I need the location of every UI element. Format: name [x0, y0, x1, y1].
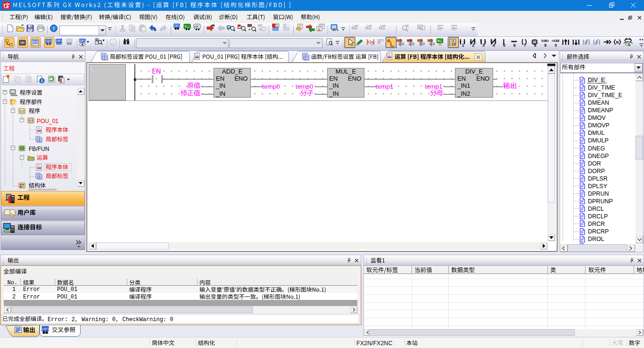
svg-text:Dev: Dev [273, 27, 279, 31]
svg-text:Dev: Dev [284, 27, 289, 31]
svg-text:R: R [616, 40, 619, 45]
svg-text:3: 3 [482, 43, 485, 48]
svg-text:4: 4 [493, 43, 495, 48]
svg-text:7: 7 [524, 43, 526, 48]
svg-text:?: ? [52, 25, 55, 31]
svg-text:DEV: DEV [56, 39, 63, 42]
svg-text:9: 9 [545, 43, 547, 48]
svg-text:DEV: DEV [42, 327, 50, 331]
svg-text:?: ? [112, 40, 114, 45]
svg-text:6: 6 [513, 43, 516, 48]
svg-text:5: 5 [503, 43, 505, 48]
svg-text:=VAR: =VAR [552, 39, 560, 43]
svg-text:8: 8 [534, 43, 537, 48]
svg-text:4h: 4h [387, 39, 390, 42]
svg-text:DEV: DEV [66, 39, 74, 42]
svg-text:DEV: DEV [46, 40, 53, 43]
svg-text:DEV: DEV [174, 24, 181, 27]
svg-text:0: 0 [555, 43, 557, 48]
svg-text:DEV: DEV [80, 39, 87, 42]
svg-text:2: 2 [472, 43, 474, 48]
svg-text:1: 1 [462, 43, 464, 48]
svg-text:VAR=: VAR= [541, 39, 549, 43]
svg-text:HK: HK [194, 25, 199, 28]
